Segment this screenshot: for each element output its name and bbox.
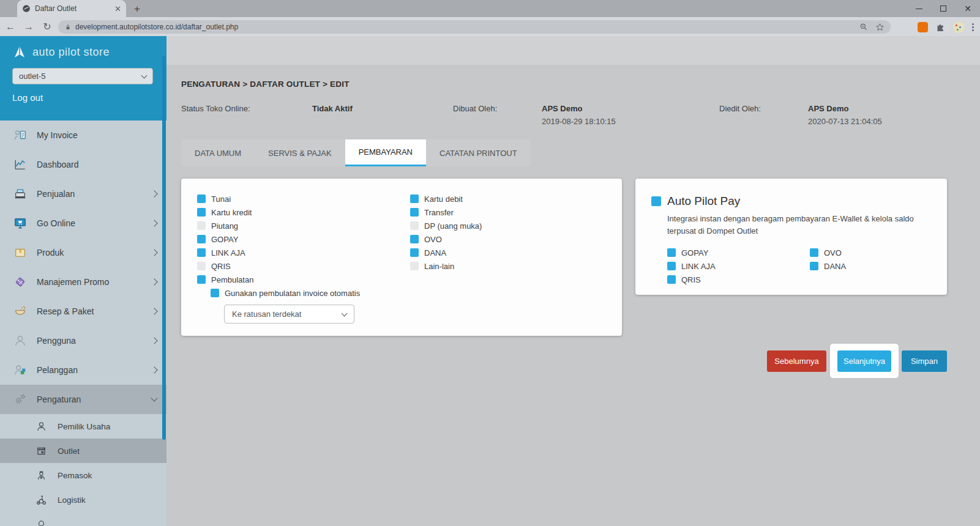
tab-title: Daftar Outlet [35, 4, 110, 13]
sidebar-item-manajemen-promo[interactable]: Manajemen Promo [0, 267, 166, 297]
sidebar-item-label: Manajemen Promo [37, 277, 152, 287]
bookmark-star-icon[interactable] [875, 23, 885, 32]
sidebar-item-label: Go Online [37, 218, 152, 228]
status-toko-label: Status Toko Online: [181, 104, 250, 113]
online-store-icon [13, 216, 31, 231]
sidebar-item-pengguna[interactable]: Pengguna [0, 326, 166, 355]
sidebar-item-label: Pelanggan [37, 365, 152, 375]
rounding-select[interactable]: Ke ratusan terdekat [224, 305, 354, 324]
checkbox-gopay[interactable]: GOPAY [197, 232, 410, 246]
checkbox-pembulatan[interactable]: Pembulatan [197, 273, 410, 286]
sidebar-scrollbar[interactable] [162, 56, 166, 440]
checkbox-link-aja[interactable]: LINK AJA [197, 246, 410, 259]
sidebar-item-pelanggan[interactable]: Pelanggan [0, 355, 166, 385]
checkbox-box [197, 262, 206, 270]
sidebar-subitem-label: Pemilik Usaha [58, 422, 110, 431]
browser-menu-icon[interactable] [972, 23, 974, 31]
content-top-strip [166, 36, 980, 65]
profile-avatar[interactable] [953, 21, 965, 33]
status-toko-value: Tidak Aktif [312, 104, 353, 113]
tab-data-umum[interactable]: DATA UMUM [181, 139, 255, 166]
tab-catatan-printout[interactable]: CATATAN PRINTOUT [426, 139, 531, 166]
checkbox-qris[interactable]: QRIS [197, 259, 410, 273]
paper-plane-logo-icon [12, 45, 27, 59]
new-tab-button[interactable]: + [130, 2, 144, 16]
minimize-button[interactable] [907, 0, 931, 17]
checkbox-app-qris[interactable]: QRIS [667, 273, 810, 286]
sidebar-item-produk[interactable]: Produk [0, 238, 166, 267]
url-text: development.autopilotstore.co.id/daftar_… [75, 23, 852, 31]
forward-button[interactable]: → [21, 21, 37, 32]
checkbox-piutang[interactable]: Piutang [197, 219, 410, 232]
back-button[interactable]: ← [2, 21, 18, 32]
sidebar-item-dashboard[interactable]: Dashboard [0, 150, 166, 179]
checkbox-label: DP (uang muka) [424, 221, 482, 231]
checkbox-label: Piutang [211, 221, 238, 231]
checkbox-tunai[interactable]: Tunai [197, 192, 410, 206]
chevron-right-icon [151, 337, 157, 344]
browser-tab[interactable]: Daftar Outlet ✕ [17, 0, 126, 17]
checkbox-app-ovo[interactable]: OVO [810, 246, 846, 259]
checkbox-dp-uang-muka[interactable]: DP (uang muka) [410, 219, 482, 232]
tab-close-icon[interactable]: ✕ [114, 4, 121, 13]
sidebar-item-resep-paket[interactable]: Resep & Paket [0, 297, 166, 326]
checkbox-kartu-debit[interactable]: Kartu debit [410, 192, 482, 206]
maximize-button[interactable] [931, 0, 956, 17]
sidebar-subitem-logistik[interactable]: Logistik [0, 487, 166, 512]
checkbox-dana[interactable]: DANA [410, 246, 482, 259]
address-bar[interactable]: development.autopilotstore.co.id/daftar_… [58, 20, 891, 34]
user-icon [13, 333, 31, 348]
sidebar-subitem-outlet[interactable]: Outlet [0, 439, 166, 463]
checkbox-app-link-aja[interactable]: LINK AJA [667, 259, 810, 273]
checkbox-auto-pilot-pay[interactable]: Auto Pilot Pay [651, 194, 947, 208]
sidebar-subitem-partial[interactable] [0, 512, 166, 526]
sidebar-item-label: Produk [37, 248, 152, 257]
checkbox-box [810, 262, 818, 270]
checkbox-kartu-kredit[interactable]: Kartu kredit [197, 206, 410, 219]
previous-button[interactable]: Sebelumnya [767, 350, 826, 372]
payment-methods-panel: Tunai Kartu kredit Piutang GOPAY LINK AJ… [181, 179, 622, 336]
sidebar-item-my-invoice[interactable]: My Invoice [0, 120, 166, 150]
checkbox-label: Pembulatan [211, 275, 253, 284]
sidebar-item-go-online[interactable]: Go Online [0, 209, 166, 238]
checkbox-box [197, 235, 206, 243]
checkbox-pembulatan-otomatis[interactable]: Gunakan pembulatan invoice otomatis [211, 286, 410, 300]
lock-icon [64, 23, 72, 31]
reload-button[interactable]: ↻ [39, 21, 55, 32]
sidebar-subitem-pemasok[interactable]: Pemasok [0, 463, 166, 487]
checkbox-ovo[interactable]: OVO [410, 232, 482, 246]
sidebar-item-label: My Invoice [37, 130, 157, 140]
tab-servis-pajak[interactable]: SERVIS & PAJAK [255, 139, 345, 166]
checkbox-lain-lain[interactable]: Lain-lain [410, 259, 482, 273]
customer-icon [13, 363, 31, 377]
checkbox-label: LINK AJA [681, 262, 716, 271]
chevron-right-icon [151, 308, 157, 314]
checkbox-label: DANA [424, 248, 446, 257]
checkbox-transfer[interactable]: Transfer [410, 206, 482, 219]
edited-at-value: 2020-07-13 21:04:05 [808, 117, 882, 126]
checkbox-app-dana[interactable]: DANA [810, 259, 846, 273]
save-button[interactable]: Simpan [902, 350, 947, 372]
sidebar-subitem-pemilik-usaha[interactable]: Pemilik Usaha [0, 414, 166, 439]
auto-pilot-pay-panel: Auto Pilot Pay Integrasi instan dengan b… [635, 179, 947, 295]
checkbox-label: Lain-lain [424, 262, 454, 271]
checkbox-app-gopay[interactable]: GOPAY [667, 246, 810, 259]
storefront-icon [36, 444, 50, 457]
close-button[interactable]: ✕ [956, 0, 980, 17]
delivery-scooter-icon [36, 493, 50, 506]
checkbox-box [197, 248, 206, 257]
outlet-select[interactable]: outlet-5 [12, 68, 153, 84]
next-button[interactable]: Selanjutnya [837, 350, 891, 372]
sidebar-item-penjualan[interactable]: Penjualan [0, 179, 166, 209]
puzzle-extensions-icon[interactable] [935, 22, 946, 32]
sidebar-item-pengaturan[interactable]: Pengaturan [0, 385, 166, 414]
sidebar-item-label: Penjualan [37, 189, 152, 199]
tab-pembayaran[interactable]: PEMBAYARAN [345, 139, 426, 166]
sidebar: auto pilot store outlet-5 Log out My Inv… [0, 36, 166, 526]
logout-link[interactable]: Log out [12, 92, 154, 103]
app-logo-text: auto pilot store [32, 46, 110, 59]
zoom-icon[interactable] [859, 23, 868, 31]
extension-icon[interactable] [918, 22, 928, 32]
app-logo: auto pilot store [12, 45, 154, 59]
sidebar-subitem-label: Logistik [58, 495, 86, 505]
